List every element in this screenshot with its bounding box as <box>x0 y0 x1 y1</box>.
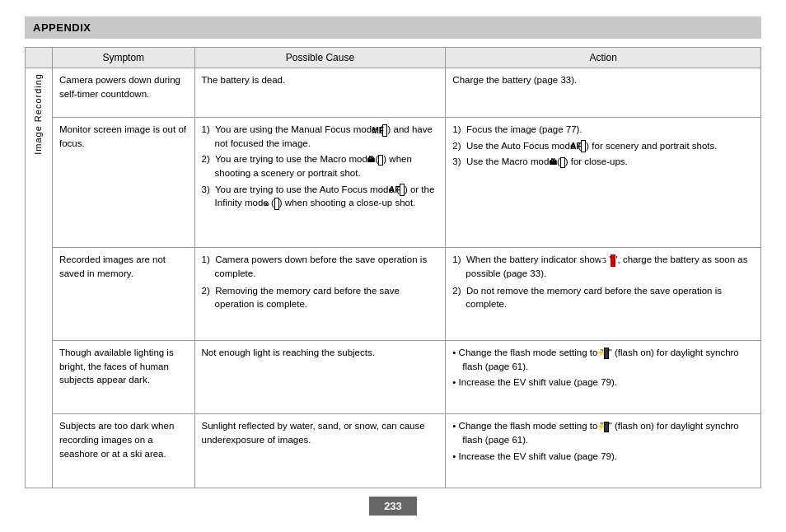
table-row: Though available lighting is bright, the… <box>26 340 761 414</box>
table-row: Subjects are too dark when recording ima… <box>26 414 761 488</box>
action-list: 1) When the battery indicator shows '■',… <box>452 253 754 311</box>
label-col-header <box>26 48 53 68</box>
symptom-cell: Camera powers down during self-timer cou… <box>52 68 194 118</box>
action-list: Change the flash mode setting to "⚡" (fl… <box>452 419 754 463</box>
table-row: Image Recording Camera powers down durin… <box>26 68 761 118</box>
appendix-header: APPENDIX <box>25 16 761 39</box>
page: APPENDIX Symptom Possible Cause Action I… <box>0 0 786 532</box>
list-item: 2) Removing the memory card before the s… <box>202 284 439 311</box>
af-badge: AF <box>400 184 405 196</box>
list-item: Change the flash mode setting to "⚡" (fl… <box>452 419 754 446</box>
macro-badge: 🏔 <box>378 155 383 166</box>
appendix-title: APPENDIX <box>33 21 91 34</box>
list-item: 1) You are using the Manual Focus mode (… <box>202 123 439 150</box>
list-item: 1) When the battery indicator shows '■',… <box>452 253 754 280</box>
symptom-cell: Monitor screen image is out of focus. <box>52 118 194 248</box>
table-row: Recorded images are not saved in memory.… <box>26 248 761 340</box>
list-item: 1) Focus the image (page 77). <box>452 123 754 137</box>
flash-badge: ⚡ <box>604 348 609 359</box>
symptom-header: Symptom <box>52 48 194 68</box>
battery-icon: ■ <box>611 254 615 267</box>
action-cell: Change the flash mode setting to "⚡" (fl… <box>446 414 761 488</box>
symptom-cell: Recorded images are not saved in memory. <box>52 248 194 340</box>
list-item: 2) Do not remove the memory card before … <box>452 284 754 311</box>
list-item: 1) Camera powers down before the save op… <box>202 253 439 280</box>
section-label-cell: Image Recording <box>26 68 53 488</box>
cause-cell: The battery is dead. <box>194 68 446 118</box>
table-row: Monitor screen image is out of focus. 1)… <box>26 118 761 248</box>
af-badge2: AF <box>581 140 586 152</box>
cause-list: 1) You are using the Manual Focus mode (… <box>202 123 439 210</box>
page-number: 233 <box>369 497 417 516</box>
list-item: 2) You are trying to use the Macro mode … <box>202 152 439 180</box>
main-table: Symptom Possible Cause Action Image Reco… <box>25 47 761 488</box>
action-cell: Charge the battery (page 33). <box>446 68 761 118</box>
cause-cell: 1) Camera powers down before the save op… <box>194 248 446 340</box>
cause-cell: Sunlight reflected by water, sand, or sn… <box>194 414 446 488</box>
action-cell: Change the flash mode setting to "⚡" (fl… <box>446 340 761 414</box>
list-item: 3) You are trying to use the Auto Focus … <box>202 183 439 210</box>
cause-cell: 1) You are using the Manual Focus mode (… <box>194 118 446 248</box>
list-item: Increase the EV shift value (page 79). <box>452 376 754 390</box>
list-item: 3) Use the Macro mode (🏔) for close-ups. <box>452 155 754 169</box>
cause-header: Possible Cause <box>194 48 446 68</box>
list-item: Change the flash mode setting to "⚡" (fl… <box>452 346 754 373</box>
list-item: Increase the EV shift value (page 79). <box>452 450 754 464</box>
section-label: Image Recording <box>32 73 45 155</box>
mf-badge: MF <box>382 124 387 137</box>
action-list: 1) Focus the image (page 77). 2) Use the… <box>452 123 754 169</box>
inf-badge: ∞ <box>274 198 279 210</box>
footer: 233 <box>25 497 761 516</box>
action-cell: 1) Focus the image (page 77). 2) Use the… <box>446 118 761 248</box>
flash-badge2: ⚡ <box>604 422 609 433</box>
symptom-cell: Subjects are too dark when recording ima… <box>52 414 194 488</box>
action-list: Change the flash mode setting to "⚡" (fl… <box>452 346 754 390</box>
symptom-cell: Though available lighting is bright, the… <box>52 340 194 414</box>
cause-cell: Not enough light is reaching the subject… <box>194 340 446 414</box>
macro-badge2: 🏔 <box>560 157 565 169</box>
action-cell: 1) When the battery indicator shows '■',… <box>446 248 761 340</box>
action-header: Action <box>446 48 761 68</box>
list-item: 2) Use the Auto Focus mode (AF) for scen… <box>452 139 754 153</box>
cause-list: 1) Camera powers down before the save op… <box>202 253 439 311</box>
